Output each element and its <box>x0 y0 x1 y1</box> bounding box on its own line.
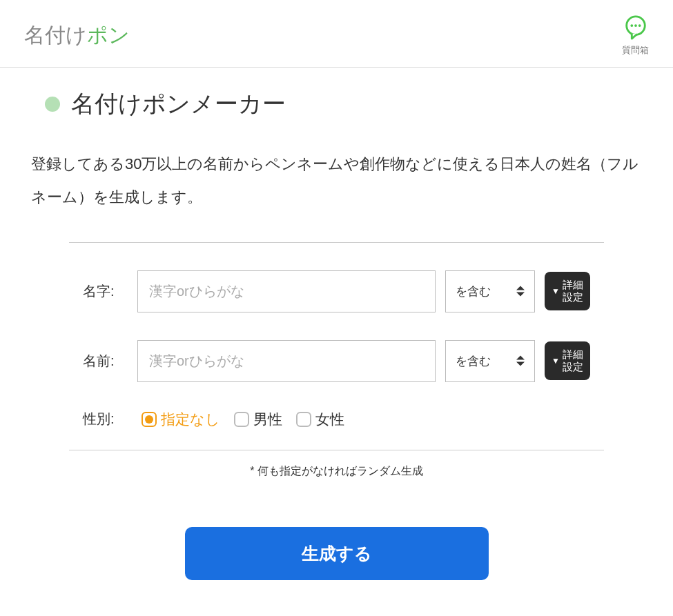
chevron-updown-icon <box>516 356 525 366</box>
form-box: 名字: を含む ▼ 詳細 設定 名前: を含む <box>69 242 604 450</box>
logo[interactable]: 名付けポン <box>24 21 130 50</box>
svg-point-2 <box>634 24 637 27</box>
page-title: 名付けポンメーカー <box>71 88 286 120</box>
radio-label: 指定なし <box>161 410 220 429</box>
detail-line2: 設定 <box>563 291 583 304</box>
form-note: * 何も指定がなければランダム生成 <box>31 464 642 479</box>
main-content: 名付けポンメーカー 登録してある30万以上の名前からペンネームや創作物などに使え… <box>0 68 673 601</box>
title-row: 名付けポンメーカー <box>45 88 642 120</box>
generate-wrap: 生成する <box>31 527 642 580</box>
triangle-down-icon: ▼ <box>552 356 560 366</box>
firstname-detail-button[interactable]: ▼ 詳細 設定 <box>545 341 590 380</box>
detail-line1: 詳細 <box>563 279 583 291</box>
page-description: 登録してある30万以上の名前からペンネームや創作物などに使える日本人の姓名（フル… <box>31 148 642 215</box>
logo-text-green: ポン <box>87 23 130 46</box>
svg-point-3 <box>638 24 641 27</box>
speech-bubble-icon <box>623 14 649 43</box>
question-box-button[interactable]: 質問箱 <box>622 14 649 57</box>
surname-row: 名字: を含む ▼ 詳細 設定 <box>69 270 604 312</box>
radio-icon <box>234 412 249 427</box>
surname-label: 名字: <box>83 282 128 301</box>
gender-option-none[interactable]: 指定なし <box>142 410 220 429</box>
svg-point-1 <box>630 24 633 27</box>
triangle-down-icon: ▼ <box>552 286 560 296</box>
chevron-updown-icon <box>516 286 525 297</box>
title-dot-icon <box>45 97 60 112</box>
firstname-input[interactable] <box>137 340 436 382</box>
surname-input[interactable] <box>137 270 436 312</box>
gender-label: 性別: <box>83 410 128 428</box>
firstname-select-value: を含む <box>456 355 491 368</box>
gender-row: 性別: 指定なし 男性 女性 <box>69 410 604 429</box>
header: 名付けポン 質問箱 <box>0 0 673 68</box>
surname-match-select[interactable]: を含む <box>445 270 535 312</box>
gender-option-male[interactable]: 男性 <box>234 410 282 429</box>
surname-select-value: を含む <box>456 285 491 298</box>
detail-line1: 詳細 <box>563 348 583 361</box>
firstname-row: 名前: を含む ▼ 詳細 設定 <box>69 340 604 382</box>
logo-text-gray: 名付け <box>24 23 87 46</box>
radio-label: 女性 <box>315 410 344 429</box>
surname-detail-button[interactable]: ▼ 詳細 設定 <box>545 272 590 310</box>
firstname-label: 名前: <box>83 352 128 370</box>
question-box-label: 質問箱 <box>622 44 649 57</box>
radio-label: 男性 <box>253 410 282 429</box>
firstname-match-select[interactable]: を含む <box>445 340 535 382</box>
radio-icon <box>142 412 157 427</box>
detail-line2: 設定 <box>563 361 583 373</box>
gender-option-female[interactable]: 女性 <box>296 410 344 429</box>
radio-icon <box>296 412 311 427</box>
generate-button[interactable]: 生成する <box>185 527 489 580</box>
